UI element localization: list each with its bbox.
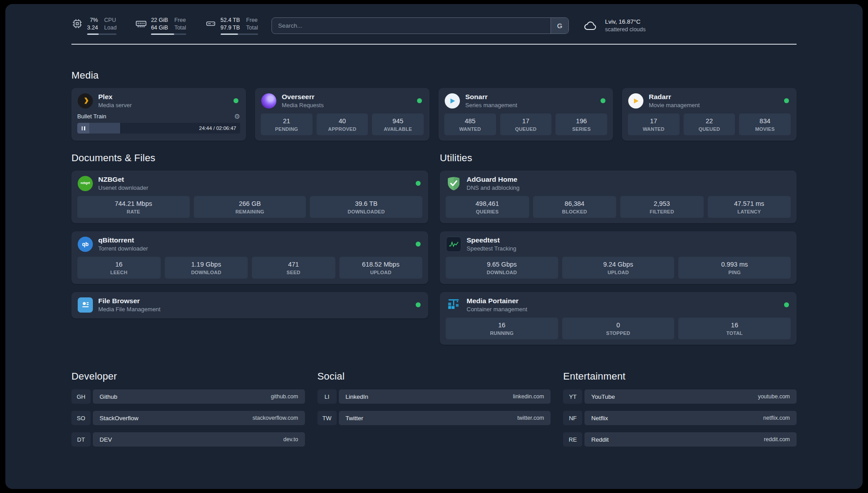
service-card-qbittorrent[interactable]: qbqBittorrentTorrent downloader16LEECH1.…	[71, 231, 428, 284]
stat-value: 2,953	[622, 200, 702, 208]
service-card-nzbget[interactable]: nzbgetNZBGetUsenet downloader744.21 Mbps…	[71, 171, 428, 223]
status-dot-online	[601, 98, 605, 103]
service-card-plex[interactable]: PlexMedia serverBullet Train⚙24:44 / 02:…	[71, 88, 246, 141]
bookmark-twitter[interactable]: TWTwittertwitter.com	[317, 411, 551, 425]
stat-value: 40	[318, 117, 367, 125]
service-subtitle: Speedtest Tracking	[467, 245, 516, 252]
pause-button[interactable]	[77, 123, 89, 134]
now-playing-title: Bullet Train	[77, 113, 106, 120]
service-card-overseerr[interactable]: OverseerrMedia Requests21PENDING40APPROV…	[255, 88, 430, 141]
bookmark-name: StackOverflow	[100, 415, 138, 422]
stat-label: QUEUED	[685, 126, 734, 132]
stat-label: PENDING	[263, 126, 311, 132]
service-card-media-portainer[interactable]: Media PortainerContainer management16RUN…	[440, 292, 797, 345]
bookmark-stackoverflow[interactable]: SOStackOverflowstackoverflow.com	[71, 411, 305, 425]
bookmark-url: reddit.com	[764, 436, 790, 443]
bookmark-reddit[interactable]: RERedditreddit.com	[563, 432, 797, 447]
service-subtitle: Media Requests	[282, 101, 324, 109]
stat-label: UPLOAD	[564, 270, 673, 276]
stat-value: 21	[263, 117, 311, 125]
divider	[71, 44, 797, 45]
stat-value: 16	[447, 321, 556, 329]
status-dot-online	[784, 302, 789, 307]
stat-queued: 17QUEUED	[500, 113, 552, 135]
weather-widget: Lviv, 16.87°C scattered clouds	[580, 18, 646, 33]
gear-icon[interactable]: ⚙	[234, 113, 240, 120]
plex-icon	[77, 93, 93, 109]
stat-value: 17	[630, 117, 678, 125]
bookmark-dev[interactable]: DTDEVdev.to	[71, 432, 305, 447]
stat-rate: 744.21 MbpsRATE	[77, 196, 190, 218]
bookmark-name: Github	[100, 393, 117, 400]
service-name: Media Portainer	[467, 297, 527, 305]
stat-value: 16	[79, 260, 159, 268]
resource-value: 3.24	[87, 24, 98, 31]
stat-stopped: 0STOPPED	[562, 318, 675, 339]
stat-value: 744.21 Mbps	[79, 200, 188, 208]
status-dot-online	[417, 98, 422, 103]
status-dot-online	[234, 98, 238, 103]
adguard-icon	[446, 175, 462, 192]
stat-value: 618.52 Mbps	[341, 260, 421, 268]
stat-label: SEED	[254, 270, 334, 276]
resource-widget-disk: 52.4 TBFree97.9 TBTotal	[205, 17, 258, 35]
stat-label: LATENCY	[709, 209, 789, 215]
status-dot-online	[416, 242, 421, 246]
resource-label: Total	[246, 24, 258, 31]
stat-wanted: 17WANTED	[628, 113, 680, 135]
section-utilities: UtilitiesAdGuard HomeDNS and adblocking4…	[440, 152, 797, 345]
stat-label: AVAILABLE	[374, 126, 422, 132]
bookmark-netflix[interactable]: NFNetflixnetflix.com	[563, 411, 797, 425]
stat-value: 16	[680, 321, 789, 329]
qbittorrent-icon: qb	[77, 236, 93, 252]
stat-available: 945AVAILABLE	[372, 113, 424, 135]
bookmark-url: youtube.com	[758, 393, 790, 400]
stat-movies: 834MOVIES	[739, 113, 791, 135]
portainer-icon	[446, 297, 462, 313]
stat-value: 485	[446, 117, 494, 125]
stat-label: QUEUED	[502, 126, 550, 132]
service-card-sonarr[interactable]: SonarrSeries management485WANTED17QUEUED…	[438, 88, 613, 141]
bookmark-name: Reddit	[591, 436, 609, 443]
radarr-icon	[628, 93, 644, 109]
resource-label: CPU	[104, 17, 117, 24]
resource-label: Total	[174, 24, 186, 31]
service-name: NZBGet	[98, 175, 148, 184]
service-card-adguard-home[interactable]: AdGuard HomeDNS and adblocking498,461QUE…	[440, 171, 797, 223]
bookmark-github[interactable]: GHGithubgithub.com	[71, 389, 305, 404]
stat-label: QUERIES	[447, 209, 527, 215]
stat-value: 498,461	[447, 200, 527, 208]
progress-fill	[89, 123, 120, 134]
service-card-file-browser[interactable]: File BrowserMedia File Management	[71, 292, 428, 318]
section-title: Utilities	[440, 152, 797, 164]
bookmark-group-social: SocialLILinkedInlinkedin.comTWTwittertwi…	[317, 371, 551, 447]
stat-value: 471	[254, 260, 334, 268]
service-card-radarr[interactable]: RadarrMovie management17WANTED22QUEUED83…	[622, 88, 797, 141]
service-name: Sonarr	[465, 92, 517, 101]
resource-meter	[87, 33, 117, 35]
stat-value: 39.6 TB	[312, 200, 421, 208]
bookmark-linkedin[interactable]: LILinkedInlinkedin.com	[317, 389, 551, 404]
resource-meter	[151, 33, 186, 35]
stat-running: 16RUNNING	[446, 318, 558, 339]
stat-label: WANTED	[630, 126, 678, 132]
stat-total: 16TOTAL	[678, 318, 791, 339]
search-input[interactable]	[271, 17, 569, 34]
bookmark-abbr: YT	[563, 389, 582, 404]
bookmark-youtube[interactable]: YTYouTubeyoutube.com	[563, 389, 797, 404]
google-icon: G	[557, 22, 563, 29]
resource-widget-cpu: 7%CPU3.24Load	[71, 17, 117, 35]
media-progress-bar[interactable]: 24:44 / 02:06:47	[77, 123, 240, 134]
search-provider-button[interactable]: G	[551, 18, 568, 33]
bookmark-url: github.com	[271, 393, 298, 400]
stat-value: 22	[685, 117, 734, 125]
section-media: MediaPlexMedia serverBullet Train⚙24:44 …	[71, 70, 797, 141]
resource-value: 52.4 TB	[221, 17, 240, 24]
stat-label: LEECH	[79, 270, 159, 276]
service-card-speedtest[interactable]: SpeedtestSpeedtest Tracking9.65 GbpsDOWN…	[440, 231, 797, 284]
stat-value: 47.571 ms	[709, 200, 789, 208]
stat-wanted: 485WANTED	[444, 113, 496, 135]
overseerr-icon	[261, 93, 277, 109]
bookmark-abbr: LI	[317, 389, 337, 404]
stat-remaining: 266 GBREMAINING	[194, 196, 306, 218]
